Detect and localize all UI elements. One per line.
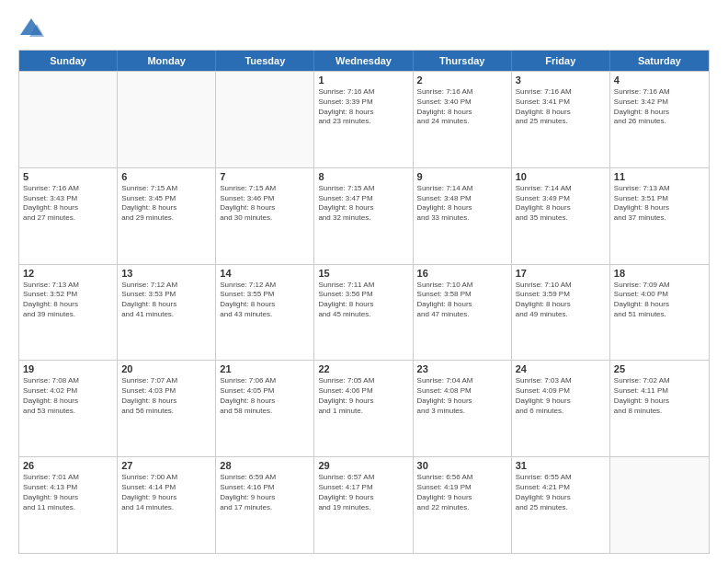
day-number: 7 <box>220 171 310 182</box>
cal-cell: 8Sunrise: 7:15 AM Sunset: 3:47 PM Daylig… <box>314 168 413 264</box>
week-row-4: 19Sunrise: 7:08 AM Sunset: 4:02 PM Dayli… <box>19 360 709 456</box>
cal-cell: 2Sunrise: 7:16 AM Sunset: 3:40 PM Daylig… <box>414 72 512 167</box>
cal-cell: 28Sunrise: 6:59 AM Sunset: 4:16 PM Dayli… <box>216 457 314 553</box>
cal-cell: 17Sunrise: 7:10 AM Sunset: 3:59 PM Dayli… <box>512 265 610 361</box>
day-number: 1 <box>318 75 408 86</box>
cal-cell: 29Sunrise: 6:57 AM Sunset: 4:17 PM Dayli… <box>314 457 413 553</box>
cal-cell: 25Sunrise: 7:02 AM Sunset: 4:11 PM Dayli… <box>610 361 709 456</box>
day-number: 11 <box>614 171 705 182</box>
day-info: Sunrise: 7:13 AM Sunset: 3:52 PM Dayligh… <box>23 281 113 320</box>
day-info: Sunrise: 7:14 AM Sunset: 3:49 PM Dayligh… <box>516 184 606 224</box>
page: SundayMondayTuesdayWednesdayThursdayFrid… <box>0 0 728 563</box>
calendar-header: SundayMondayTuesdayWednesdayThursdayFrid… <box>19 51 709 71</box>
header-day-saturday: Saturday <box>610 51 709 71</box>
cal-cell <box>216 72 314 167</box>
day-number: 4 <box>614 75 705 86</box>
cal-cell: 5Sunrise: 7:16 AM Sunset: 3:43 PM Daylig… <box>19 168 118 264</box>
day-number: 27 <box>121 460 211 471</box>
week-row-1: 1Sunrise: 7:16 AM Sunset: 3:39 PM Daylig… <box>19 71 709 167</box>
cal-cell: 19Sunrise: 7:08 AM Sunset: 4:02 PM Dayli… <box>19 361 118 456</box>
header-day-wednesday: Wednesday <box>314 51 413 71</box>
day-info: Sunrise: 7:15 AM Sunset: 3:47 PM Dayligh… <box>318 184 408 224</box>
day-info: Sunrise: 7:09 AM Sunset: 4:00 PM Dayligh… <box>614 281 705 320</box>
header-day-thursday: Thursday <box>414 51 512 71</box>
cal-cell: 24Sunrise: 7:03 AM Sunset: 4:09 PM Dayli… <box>512 361 610 456</box>
day-info: Sunrise: 7:07 AM Sunset: 4:03 PM Dayligh… <box>121 376 211 416</box>
day-info: Sunrise: 7:16 AM Sunset: 3:43 PM Dayligh… <box>23 184 113 224</box>
header <box>18 17 710 42</box>
day-info: Sunrise: 7:03 AM Sunset: 4:09 PM Dayligh… <box>516 376 606 416</box>
day-number: 12 <box>23 268 113 279</box>
day-info: Sunrise: 7:01 AM Sunset: 4:13 PM Dayligh… <box>23 473 113 512</box>
day-number: 14 <box>220 268 310 279</box>
day-info: Sunrise: 6:57 AM Sunset: 4:17 PM Dayligh… <box>318 473 408 512</box>
day-number: 23 <box>417 363 507 374</box>
cal-cell: 4Sunrise: 7:16 AM Sunset: 3:42 PM Daylig… <box>610 72 709 167</box>
header-day-tuesday: Tuesday <box>216 51 314 71</box>
week-row-5: 26Sunrise: 7:01 AM Sunset: 4:13 PM Dayli… <box>19 456 709 553</box>
day-info: Sunrise: 7:04 AM Sunset: 4:08 PM Dayligh… <box>417 376 507 416</box>
day-number: 19 <box>23 363 113 374</box>
day-info: Sunrise: 7:12 AM Sunset: 3:55 PM Dayligh… <box>220 281 310 320</box>
day-info: Sunrise: 7:14 AM Sunset: 3:48 PM Dayligh… <box>417 184 507 224</box>
cal-cell: 1Sunrise: 7:16 AM Sunset: 3:39 PM Daylig… <box>314 72 413 167</box>
cal-cell: 6Sunrise: 7:15 AM Sunset: 3:45 PM Daylig… <box>118 168 216 264</box>
day-number: 15 <box>318 268 408 279</box>
cal-cell <box>19 72 118 167</box>
day-number: 26 <box>23 460 113 471</box>
day-number: 22 <box>318 363 408 374</box>
logo <box>18 17 48 42</box>
cal-cell <box>118 72 216 167</box>
cal-cell: 15Sunrise: 7:11 AM Sunset: 3:56 PM Dayli… <box>314 265 413 361</box>
cal-cell: 22Sunrise: 7:05 AM Sunset: 4:06 PM Dayli… <box>314 361 413 456</box>
day-number: 18 <box>614 268 705 279</box>
day-info: Sunrise: 7:15 AM Sunset: 3:45 PM Dayligh… <box>121 184 211 224</box>
day-number: 6 <box>121 171 211 182</box>
day-info: Sunrise: 7:02 AM Sunset: 4:11 PM Dayligh… <box>614 376 705 416</box>
week-row-3: 12Sunrise: 7:13 AM Sunset: 3:52 PM Dayli… <box>19 264 709 361</box>
day-number: 10 <box>516 171 606 182</box>
week-row-2: 5Sunrise: 7:16 AM Sunset: 3:43 PM Daylig… <box>19 167 709 264</box>
header-day-monday: Monday <box>118 51 216 71</box>
day-number: 29 <box>318 460 408 471</box>
cal-cell: 27Sunrise: 7:00 AM Sunset: 4:14 PM Dayli… <box>118 457 216 553</box>
day-number: 21 <box>220 363 310 374</box>
cal-cell <box>610 457 709 553</box>
day-info: Sunrise: 7:11 AM Sunset: 3:56 PM Dayligh… <box>318 281 408 320</box>
cal-cell: 13Sunrise: 7:12 AM Sunset: 3:53 PM Dayli… <box>118 265 216 361</box>
day-number: 5 <box>23 171 113 182</box>
cal-cell: 3Sunrise: 7:16 AM Sunset: 3:41 PM Daylig… <box>512 72 610 167</box>
day-number: 28 <box>220 460 310 471</box>
day-info: Sunrise: 6:59 AM Sunset: 4:16 PM Dayligh… <box>220 473 310 512</box>
day-info: Sunrise: 7:16 AM Sunset: 3:40 PM Dayligh… <box>417 87 507 127</box>
cal-cell: 10Sunrise: 7:14 AM Sunset: 3:49 PM Dayli… <box>512 168 610 264</box>
day-info: Sunrise: 7:15 AM Sunset: 3:46 PM Dayligh… <box>220 184 310 224</box>
day-number: 9 <box>417 171 507 182</box>
day-info: Sunrise: 7:05 AM Sunset: 4:06 PM Dayligh… <box>318 376 408 416</box>
day-info: Sunrise: 6:55 AM Sunset: 4:21 PM Dayligh… <box>516 473 606 512</box>
cal-cell: 12Sunrise: 7:13 AM Sunset: 3:52 PM Dayli… <box>19 265 118 361</box>
day-info: Sunrise: 7:06 AM Sunset: 4:05 PM Dayligh… <box>220 376 310 416</box>
day-info: Sunrise: 7:10 AM Sunset: 3:58 PM Dayligh… <box>417 281 507 320</box>
day-number: 20 <box>121 363 211 374</box>
day-number: 8 <box>318 171 408 182</box>
day-info: Sunrise: 7:12 AM Sunset: 3:53 PM Dayligh… <box>121 281 211 320</box>
day-info: Sunrise: 7:16 AM Sunset: 3:42 PM Dayligh… <box>614 87 705 127</box>
cal-cell: 31Sunrise: 6:55 AM Sunset: 4:21 PM Dayli… <box>512 457 610 553</box>
day-number: 3 <box>516 75 606 86</box>
cal-cell: 18Sunrise: 7:09 AM Sunset: 4:00 PM Dayli… <box>610 265 709 361</box>
day-info: Sunrise: 7:16 AM Sunset: 3:39 PM Dayligh… <box>318 87 408 127</box>
calendar: SundayMondayTuesdayWednesdayThursdayFrid… <box>18 50 710 554</box>
cal-cell: 21Sunrise: 7:06 AM Sunset: 4:05 PM Dayli… <box>216 361 314 456</box>
calendar-body: 1Sunrise: 7:16 AM Sunset: 3:39 PM Daylig… <box>19 71 709 553</box>
day-info: Sunrise: 7:10 AM Sunset: 3:59 PM Dayligh… <box>516 281 606 320</box>
day-number: 31 <box>516 460 606 471</box>
day-info: Sunrise: 7:13 AM Sunset: 3:51 PM Dayligh… <box>614 184 705 224</box>
header-day-sunday: Sunday <box>19 51 118 71</box>
cal-cell: 26Sunrise: 7:01 AM Sunset: 4:13 PM Dayli… <box>19 457 118 553</box>
cal-cell: 23Sunrise: 7:04 AM Sunset: 4:08 PM Dayli… <box>414 361 512 456</box>
header-day-friday: Friday <box>512 51 610 71</box>
day-info: Sunrise: 7:16 AM Sunset: 3:41 PM Dayligh… <box>516 87 606 127</box>
day-info: Sunrise: 6:56 AM Sunset: 4:19 PM Dayligh… <box>417 473 507 512</box>
cal-cell: 20Sunrise: 7:07 AM Sunset: 4:03 PM Dayli… <box>118 361 216 456</box>
